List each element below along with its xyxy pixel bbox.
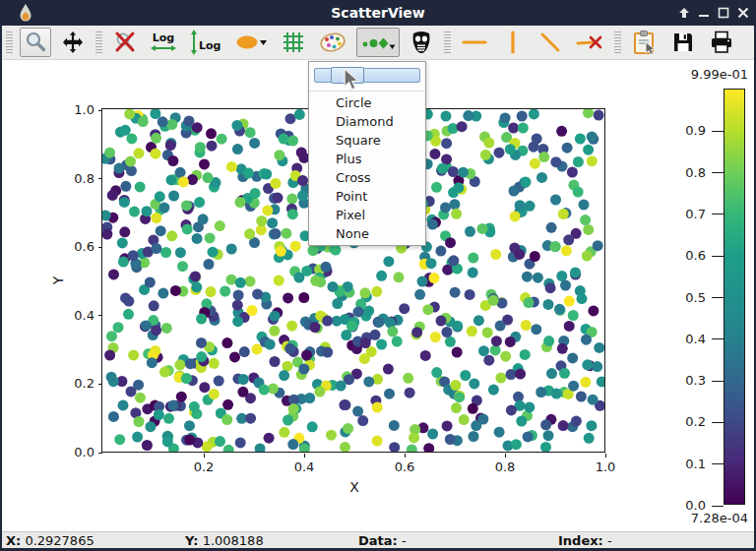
status-bar: X: 0.2927865 Y: 1.008188 Data: - Index: …	[2, 531, 754, 548]
close-icon	[737, 7, 749, 19]
colorbar-tick-label: 0.8	[668, 165, 706, 180]
colorbar-tick	[712, 422, 724, 423]
grid-icon	[282, 31, 305, 54]
colorbar-tick-label: 0.2	[668, 414, 706, 429]
plot-canvas[interactable]: 0.20.40.60.81.0 0.00.20.40.60.81.0 X Y 0…	[2, 60, 754, 531]
colorbar-tick	[712, 172, 724, 173]
mouse-cursor	[341, 68, 360, 93]
h-line-button[interactable]	[458, 28, 491, 57]
pan-button[interactable]	[57, 28, 89, 57]
y-tick-label: 1.0	[61, 102, 94, 117]
x-tick	[605, 454, 606, 458]
save-icon	[671, 31, 695, 54]
y-tick	[98, 178, 102, 179]
minimize-icon	[698, 7, 710, 19]
y-axis-label: Y	[50, 276, 66, 285]
status-x: X: 0.2927865	[6, 533, 94, 548]
window-controls	[675, 0, 752, 26]
y-tick	[98, 110, 102, 111]
palette-button[interactable]	[315, 28, 350, 57]
mask-icon	[410, 30, 433, 55]
menu-item-diamond[interactable]: Diamond	[309, 112, 425, 131]
log-x-button[interactable]: Log	[147, 28, 180, 57]
colorbar-tick	[712, 506, 724, 507]
pan-icon	[61, 31, 85, 54]
toolbar-grip[interactable]	[444, 31, 451, 53]
maximize-button[interactable]	[715, 3, 732, 23]
status-index-value: -	[607, 533, 612, 548]
status-index: Index: -	[558, 533, 612, 548]
marker-style-button[interactable]	[356, 28, 400, 57]
magnifier-icon	[24, 31, 47, 54]
app-window: ScatterView	[0, 0, 756, 551]
colorbar-tick	[712, 131, 724, 132]
zoom-button[interactable]	[20, 28, 51, 57]
x-tick-label: 0.6	[389, 459, 420, 474]
clear-zoom-button[interactable]	[109, 28, 141, 57]
y-tick	[98, 453, 102, 454]
marker-style-icon	[360, 31, 396, 54]
menu-item-square[interactable]: Square	[309, 131, 425, 150]
status-data: Data: -	[358, 533, 407, 548]
diagonal-line-button[interactable]	[535, 28, 566, 57]
h-arrow-icon	[151, 44, 176, 52]
close-button[interactable]	[734, 3, 752, 23]
v-line-button[interactable]	[497, 28, 529, 57]
menu-item-cross[interactable]: Cross	[309, 168, 425, 187]
grid-button[interactable]	[278, 28, 309, 57]
y-tick-label: 0.6	[61, 239, 94, 254]
colorbar-tick	[712, 297, 724, 298]
h-line-icon	[462, 31, 487, 54]
toolbar-grip[interactable]	[95, 31, 102, 53]
menu-item-plus[interactable]: Plus	[309, 150, 425, 168]
print-icon	[709, 31, 734, 54]
x-axis-label: X	[325, 479, 384, 495]
remove-line-button[interactable]	[572, 28, 607, 57]
log-x-label: Log	[153, 33, 174, 43]
y-tick-label: 0.8	[61, 171, 94, 186]
x-tick-label: 1.0	[590, 459, 621, 474]
v-arrow-icon	[190, 30, 198, 55]
menu-items: CircleDiamondSquarePlusCrossPointPixelNo…	[309, 93, 425, 243]
colorbar-tick	[712, 338, 724, 339]
colorbar-tick-label: 0.4	[668, 332, 706, 346]
menu-item-circle[interactable]: Circle	[309, 93, 425, 112]
x-tick	[304, 454, 305, 458]
colorbar-max-label: 9.99e-01	[658, 67, 748, 82]
menu-separator	[310, 91, 424, 92]
print-button[interactable]	[705, 28, 738, 57]
marker-size-slider[interactable]	[314, 66, 420, 88]
colorbar-tick-label: 0.6	[668, 248, 706, 263]
menu-item-none[interactable]: None	[309, 224, 425, 243]
mask-button[interactable]	[406, 28, 437, 57]
status-data-value: -	[402, 533, 407, 548]
rollup-icon	[678, 7, 690, 19]
minimize-button[interactable]	[695, 3, 713, 23]
log-y-button[interactable]: Log	[186, 28, 224, 57]
window-title: ScatterView	[0, 0, 756, 26]
menu-item-point[interactable]: Point	[309, 187, 425, 206]
colorbar-tick-label: 0.5	[668, 290, 706, 305]
status-x-value: 0.2927865	[25, 533, 94, 548]
colorbar-tick-label: 0.3	[668, 373, 706, 388]
colorbar-tick-label: 0.9	[668, 123, 706, 138]
colorbar-tick-label: 0.1	[668, 457, 706, 471]
toolbar-grip[interactable]	[614, 31, 621, 53]
x-tick-label: 0.8	[489, 459, 521, 474]
clipboard-button[interactable]	[628, 28, 662, 57]
save-button[interactable]	[667, 28, 699, 57]
x-tick	[204, 454, 205, 458]
ellipse-style-button[interactable]	[230, 28, 272, 57]
menu-item-pixel[interactable]: Pixel	[309, 206, 425, 224]
colorbar	[724, 89, 745, 505]
colorbar-tick	[712, 256, 724, 257]
y-tick	[98, 247, 102, 248]
toolbar-grip[interactable]	[6, 31, 13, 53]
colorbar-tick	[712, 463, 724, 464]
v-line-icon	[501, 31, 525, 54]
x-tick-label: 0.4	[288, 459, 320, 474]
x-tick	[505, 454, 506, 458]
y-tick-label: 0.2	[61, 376, 94, 391]
clipboard-icon	[632, 30, 658, 55]
rollup-button[interactable]	[675, 3, 693, 23]
